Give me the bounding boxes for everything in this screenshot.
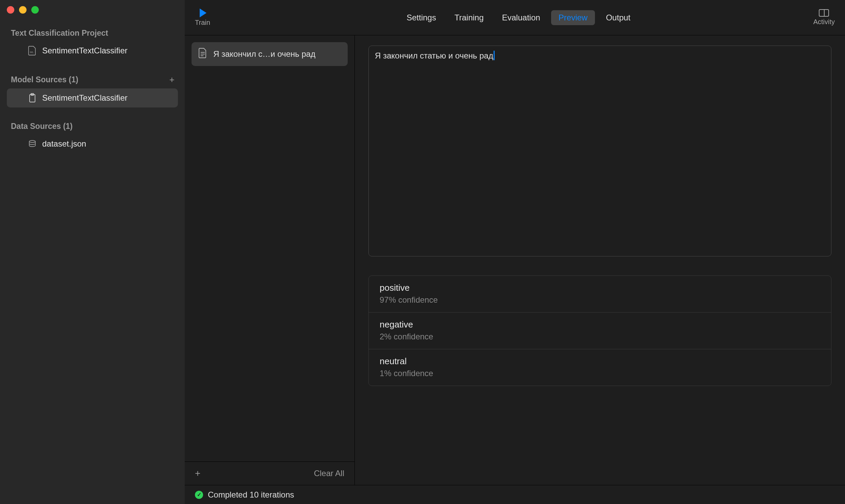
activity-button[interactable]: Activity <box>813 9 835 26</box>
svg-point-3 <box>29 140 35 142</box>
preview-list: Я закончил с…и очень рад + Clear All <box>185 35 355 485</box>
database-icon <box>28 139 37 148</box>
train-label: Train <box>195 19 210 27</box>
result-label: negative <box>380 319 820 330</box>
svg-rect-1 <box>30 95 35 102</box>
train-button[interactable]: Train <box>195 9 210 27</box>
project-title: Text Classification Project <box>11 29 108 38</box>
sidebar-item-data-source[interactable]: dataset.json <box>7 134 178 153</box>
data-sources-header: Data Sources (1) <box>0 119 185 134</box>
sidebar-item-model-source[interactable]: SentimentTextClassifier <box>7 88 178 107</box>
status-bar: ✓ Completed 10 iterations <box>185 485 845 504</box>
preview-item-label: Я закончил с…и очень рад <box>213 49 315 59</box>
result-confidence: 2% confidence <box>380 332 820 341</box>
clipboard-icon <box>28 94 37 102</box>
add-preview-button[interactable]: + <box>195 468 200 479</box>
tab-training[interactable]: Training <box>447 10 491 25</box>
tab-settings[interactable]: Settings <box>399 10 444 25</box>
window-controls <box>0 6 185 14</box>
project-header: Text Classification Project <box>0 26 185 40</box>
text-cursor <box>494 51 495 60</box>
close-window-button[interactable] <box>7 6 14 14</box>
result-row: negative 2% confidence <box>369 313 831 349</box>
preview-list-item[interactable]: Я закончил с…и очень рад <box>192 42 348 66</box>
play-icon <box>200 9 206 17</box>
sidebar-item-label: dataset.json <box>42 139 86 149</box>
workspace: Я закончил с…и очень рад + Clear All Я з… <box>185 35 845 485</box>
tabs: Settings Training Evaluation Preview Out… <box>399 10 638 25</box>
preview-text-value: Я закончил статью и очень рад <box>375 51 493 60</box>
result-label: neutral <box>380 356 820 367</box>
tab-output[interactable]: Output <box>598 10 638 25</box>
maximize-window-button[interactable] <box>31 6 39 14</box>
tab-evaluation[interactable]: Evaluation <box>495 10 548 25</box>
svg-text:ML: ML <box>30 51 34 54</box>
sidebar-item-label: SentimentTextClassifier <box>42 46 128 55</box>
document-icon <box>198 48 207 61</box>
result-row: positive 97% confidence <box>369 276 831 313</box>
add-model-source-button[interactable]: + <box>169 74 175 85</box>
sidebar: Text Classification Project ML Sentiment… <box>0 0 185 504</box>
status-text: Completed 10 iterations <box>208 490 294 500</box>
toolbar: Train Settings Training Evaluation Previ… <box>185 0 845 35</box>
activity-label: Activity <box>813 18 835 26</box>
minimize-window-button[interactable] <box>19 6 27 14</box>
classification-results: positive 97% confidence negative 2% conf… <box>368 275 831 386</box>
ml-model-icon: ML <box>28 46 37 55</box>
sidebar-item-label: SentimentTextClassifier <box>42 93 128 103</box>
data-sources-title: Data Sources (1) <box>11 122 73 131</box>
result-row: neutral 1% confidence <box>369 349 831 386</box>
success-icon: ✓ <box>195 491 203 499</box>
clear-all-button[interactable]: Clear All <box>314 469 344 478</box>
model-sources-header: Model Sources (1) + <box>0 72 185 88</box>
result-confidence: 1% confidence <box>380 369 820 378</box>
model-sources-title: Model Sources (1) <box>11 75 78 84</box>
result-label: positive <box>380 283 820 293</box>
result-confidence: 97% confidence <box>380 295 820 305</box>
tab-preview[interactable]: Preview <box>551 10 595 25</box>
content-area: Train Settings Training Evaluation Previ… <box>185 0 845 504</box>
preview-text-input[interactable]: Я закончил статью и очень рад <box>368 46 831 256</box>
detail-panel: Я закончил статью и очень рад positive 9… <box>355 35 845 485</box>
sidebar-item-project-model[interactable]: ML SentimentTextClassifier <box>7 41 178 60</box>
preview-list-footer: + Clear All <box>185 461 354 485</box>
panel-icon <box>819 9 829 17</box>
